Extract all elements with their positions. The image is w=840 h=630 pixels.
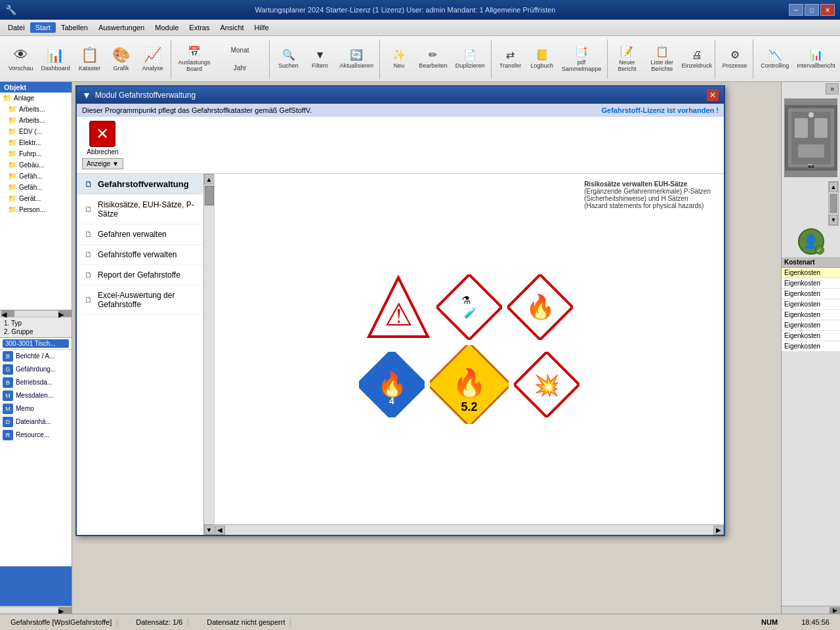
intervallbericht-button[interactable]: 📊 Intervallbericht <box>793 41 839 77</box>
svg-rect-20 <box>798 144 824 158</box>
vscroll-down[interactable]: ▼ <box>829 215 838 225</box>
menu-ansicht[interactable]: Ansicht <box>215 22 249 33</box>
grafik-button[interactable]: 🎨 Grafik <box>106 41 136 77</box>
sidebar-item-gebau[interactable]: 📁 Gebäu... <box>0 159 72 171</box>
suchen-button[interactable]: 🔍 Suchen <box>274 41 304 77</box>
folder-icon: 📁 <box>8 194 17 203</box>
menu-datei[interactable]: Datei <box>3 22 30 33</box>
sidebar-item-arbeits2[interactable]: 📁 Arbeits... <box>0 115 72 126</box>
filtern-button[interactable]: ▼ Filtern <box>305 41 335 77</box>
vscroll-up[interactable]: ▲ <box>829 182 838 192</box>
sidebar-item-edv[interactable]: 📁 EDV (... <box>0 126 72 137</box>
kosten-row-7[interactable]: Eigenkosten <box>782 341 840 352</box>
kosten-row-1[interactable]: Eigenkosten <box>782 278 840 289</box>
kosten-row-4[interactable]: Eigenkosten <box>782 310 840 320</box>
bearbeiten-button[interactable]: ✏ Bearbeiten <box>415 41 451 77</box>
abort-icon[interactable]: ✕ <box>89 121 116 147</box>
nav-ressource[interactable]: R Resource... <box>0 429 72 442</box>
avatar-badge: ✓ <box>815 245 824 255</box>
kosten-row-0[interactable]: Eigenkosten <box>782 268 840 278</box>
folder-icon: 📁 <box>3 94 12 102</box>
nav-messdaten[interactable]: M Messdaten... <box>0 389 72 402</box>
right-hscroll-right[interactable]: ▶ <box>830 607 840 614</box>
einzeldruck-button[interactable]: 🖨 Einzeldruck <box>682 41 712 77</box>
maximize-button[interactable]: □ <box>805 4 819 16</box>
nav-berichte[interactable]: B Berichte / A... <box>0 350 72 363</box>
pdf-sammelmappe-button[interactable]: 📑 pdf Sammelmappe <box>558 41 605 77</box>
nav-gefaehrdung[interactable]: G Gefährdung... <box>0 363 72 376</box>
sidebar-item-fuhrp[interactable]: 📁 Fuhrp... <box>0 148 72 159</box>
prozesse-button[interactable]: ⚙ Prozesse <box>719 41 751 77</box>
hscroll-left[interactable]: ◀ <box>215 526 225 535</box>
folder-icon: 📁 <box>8 205 17 214</box>
menu-entry-gefahren[interactable]: 🗋 Gefahren verwalten <box>77 224 203 245</box>
menu-entry-gefahrstoffe-verwalten[interactable]: 🗋 Gefahrstoffe verwalten <box>77 245 203 265</box>
suchen-icon: 🔍 <box>282 49 295 61</box>
kosten-row-5[interactable]: Eigenkosten <box>782 320 840 331</box>
nav-memo[interactable]: M Memo <box>0 402 72 415</box>
analyse-button[interactable]: 📈 Analyse <box>138 41 168 77</box>
sidebar-item-gefah1[interactable]: 📁 Gefäh... <box>0 171 72 182</box>
menu-extras[interactable]: Extras <box>184 22 215 33</box>
scroll-up-arrow[interactable]: ▲ <box>204 174 215 184</box>
window-controls: ─ □ ✕ <box>789 4 835 16</box>
sidebar-item-person[interactable]: 📁 Person... <box>0 204 72 215</box>
menu-entry-report[interactable]: 🗋 Report der Gefahrstoffe <box>77 265 203 285</box>
transfer-button[interactable]: ⇄ Transfer <box>495 41 526 77</box>
scroll-horiz-right[interactable]: ▶ <box>58 607 72 614</box>
auslastungs-button[interactable]: 📅 Auslastungs Board <box>175 41 214 77</box>
menu-start[interactable]: Start <box>30 22 56 33</box>
analyse-icon: 📈 <box>144 47 161 64</box>
intervallbericht-icon: 📊 <box>810 49 823 61</box>
svg-rect-18 <box>795 118 808 138</box>
scroll-down-arrow[interactable]: ▼ <box>204 524 215 535</box>
duplizieren-button[interactable]: 📄 Duplizieren <box>452 41 488 77</box>
vorschau-button[interactable]: 👁 Vorschau <box>5 41 37 77</box>
menu-entry-header[interactable]: 🗋 Gefahrstoffverwaltung <box>77 174 203 195</box>
kataster-button[interactable]: 📋 Kataster <box>75 41 105 77</box>
minimize-button[interactable]: ─ <box>789 4 803 16</box>
neu-button[interactable]: ✨ Neu <box>384 41 414 77</box>
menu-module[interactable]: Module <box>150 22 184 33</box>
sidebar-item-anlage[interactable]: 📁 Anlage <box>0 93 72 104</box>
monat-button[interactable]: Monat <box>214 41 266 58</box>
menu-tabellen[interactable]: Tabellen <box>56 22 93 33</box>
close-button[interactable]: ✕ <box>820 4 835 16</box>
logbuch-button[interactable]: 📒 Logbuch <box>527 41 557 77</box>
hazard-symbol-corrosive: ⚗ 🧪 <box>436 274 502 340</box>
hscroll-right[interactable]: ▶ <box>713 526 724 535</box>
folder-icon: 📁 <box>8 116 17 125</box>
vscroll-thumb[interactable] <box>830 194 837 213</box>
sidebar-item-gefah2[interactable]: 📁 Gefäh... <box>0 182 72 193</box>
jahr-button[interactable]: Jahr <box>214 59 266 76</box>
dialog-close-button[interactable]: ✕ <box>707 89 719 101</box>
neuer-bericht-button[interactable]: 📝 Neuer Bericht <box>612 41 642 77</box>
toolbar-group-edit: ✨ Neu ✏ Bearbeiten 📄 Duplizieren <box>381 39 492 79</box>
scroll-right[interactable]: ▶ <box>58 310 72 317</box>
scroll-left[interactable]: ◀ <box>1 310 14 317</box>
liste-berichte-button[interactable]: 📋 Liste der Berichte <box>644 41 681 77</box>
aktualisieren-button[interactable]: 🔄 Aktualisieren <box>337 41 377 77</box>
selected-item[interactable]: 300-3001 Tisch... <box>3 339 69 348</box>
nav-dateianhang[interactable]: D Dateianhä... <box>0 415 72 429</box>
anzeige-button[interactable]: Anzeige ▼ <box>82 158 123 169</box>
nav-expand-button[interactable]: » <box>826 83 839 94</box>
menu-entry-risiko[interactable]: 🗋 Risikosätze, EUH-Sätze, P-Sätze <box>77 195 203 224</box>
kosten-row-3[interactable]: Eigenkosten <box>782 299 840 310</box>
sidebar-item-arbeits1[interactable]: 📁 Arbeits... <box>0 104 72 115</box>
menu-auswertungen[interactable]: Auswertungen <box>93 22 150 33</box>
dialog-gefahrstoff: ▼ Modul Gefahrstoffverwaltung ✕ Dieser P… <box>75 85 725 536</box>
nav-betriebsda[interactable]: B Betriebsda... <box>0 376 72 389</box>
menu-hilfe[interactable]: Hilfe <box>249 22 274 33</box>
menu-entry-excel[interactable]: 🗋 Excel-Auswertung der Gefahrstoffe <box>77 285 203 315</box>
sidebar-item-elektro[interactable]: 📁 Elektr... <box>0 137 72 148</box>
sidebar-item-gerat[interactable]: 📁 Gerät... <box>0 193 72 204</box>
controlling-button[interactable]: 📉 Controlling <box>757 41 792 77</box>
kosten-row-6[interactable]: Eigenkosten <box>782 331 840 341</box>
status-datensatz: Datensatz: 1/6 <box>131 618 188 626</box>
filtern-icon: ▼ <box>315 49 326 61</box>
einzeldruck-icon: 🖨 <box>692 49 702 61</box>
dashboard-button[interactable]: 📊 Dashboard <box>38 41 74 77</box>
kosten-row-2[interactable]: Eigenkosten <box>782 289 840 299</box>
scroll-thumb[interactable] <box>205 186 214 205</box>
